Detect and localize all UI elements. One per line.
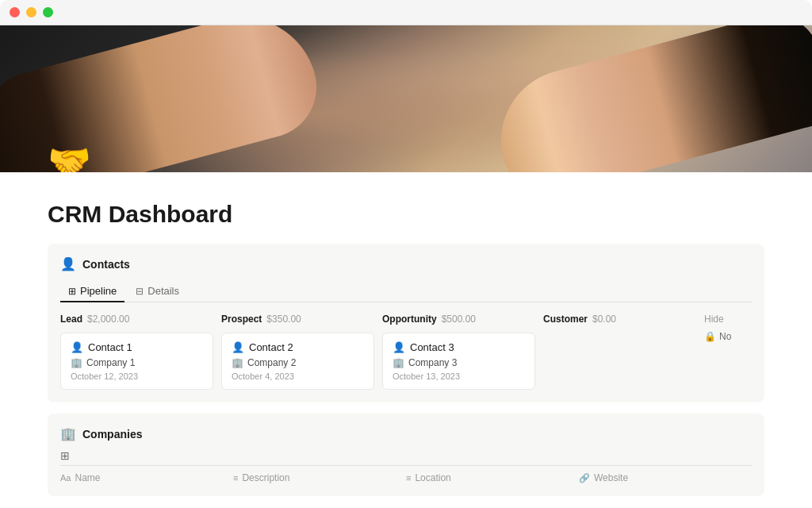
companies-col-website: 🔗 Website <box>579 472 752 483</box>
pipeline-col-lead: Lead $2,000.00 👤 Contact 1 🏢 Company 1 O… <box>60 314 221 390</box>
pipeline-col-opportunity: Opportunity $500.00 👤 Contact 3 🏢 Compan… <box>382 314 543 390</box>
description-col-label: Description <box>242 472 289 483</box>
opportunity-amount: $500.00 <box>442 314 476 325</box>
title-bar <box>0 0 812 25</box>
companies-title: Companies <box>82 428 142 441</box>
contact-card-2[interactable]: 👤 Contact 2 🏢 Company 2 October 4, 2023 <box>221 333 374 390</box>
contact-3-name-row: 👤 Contact 3 <box>393 341 525 353</box>
close-button[interactable] <box>10 7 20 17</box>
tab-pipeline[interactable]: ⊞ Pipeline <box>60 281 124 302</box>
page-title: CRM Dashboard <box>48 201 764 228</box>
prospect-amount: $350.00 <box>266 314 301 325</box>
lead-header: Lead $2,000.00 <box>60 314 213 325</box>
contact-2-company-row: 🏢 Company 2 <box>232 357 364 368</box>
companies-col-name: Aa Name <box>60 472 233 483</box>
hero-arms <box>0 25 812 172</box>
lead-label: Lead <box>60 314 82 325</box>
companies-col-location: ≡ Location <box>406 472 579 483</box>
customer-header: Customer $0.00 <box>543 314 696 325</box>
hero-image: 🤝 <box>0 25 812 172</box>
hidden-item: 🔒 No <box>704 331 752 342</box>
website-col-label: Website <box>594 472 628 483</box>
contact-3-date: October 13, 2023 <box>393 371 525 381</box>
table-view-button[interactable]: ⊞ <box>60 449 752 462</box>
companies-icon: 🏢 <box>60 426 76 441</box>
contact-3-company: Company 3 <box>408 357 457 368</box>
contact-1-date: October 12, 2023 <box>71 371 203 381</box>
customer-amount: $0.00 <box>592 314 616 325</box>
contact-1-name: Contact 1 <box>88 341 132 353</box>
opportunity-label: Opportunity <box>382 314 437 325</box>
contact-3-person-icon: 👤 <box>393 341 405 353</box>
contact-1-company-icon: 🏢 <box>71 357 82 368</box>
contact-2-company: Company 2 <box>247 357 296 368</box>
contact-card-3[interactable]: 👤 Contact 3 🏢 Company 3 October 13, 2023 <box>382 333 535 390</box>
details-tab-icon: ⊟ <box>136 286 144 297</box>
prospect-header: Prospect $350.00 <box>221 314 374 325</box>
contact-2-company-icon: 🏢 <box>232 357 243 368</box>
pipeline-tab-label: Pipeline <box>80 285 117 297</box>
contacts-title: Contacts <box>82 258 130 271</box>
lead-amount: $2,000.00 <box>87 314 129 325</box>
contact-2-date: October 4, 2023 <box>232 371 364 381</box>
hidden-lock-icon: 🔒 <box>704 331 716 342</box>
contact-3-company-row: 🏢 Company 3 <box>393 357 525 368</box>
contacts-tabs: ⊞ Pipeline ⊟ Details <box>60 281 752 302</box>
contact-3-name: Contact 3 <box>410 341 454 353</box>
location-col-icon: ≡ <box>406 473 411 483</box>
companies-section: 🏢 Companies ⊞ Aa Name ≡ Description ≡ Lo… <box>48 414 764 496</box>
customer-label: Customer <box>543 314 588 325</box>
prospect-label: Prospect <box>221 314 262 325</box>
contact-3-company-icon: 🏢 <box>393 357 404 368</box>
contact-card-1[interactable]: 👤 Contact 1 🏢 Company 1 October 12, 2023 <box>60 333 213 390</box>
contacts-icon: 👤 <box>60 256 76 271</box>
hidden-label: Hide <box>704 314 752 325</box>
opportunity-header: Opportunity $500.00 <box>382 314 535 325</box>
contact-1-company: Company 1 <box>86 357 135 368</box>
contact-2-name-row: 👤 Contact 2 <box>232 341 364 353</box>
minimize-button[interactable] <box>26 7 36 17</box>
hero-emoji: 🤝 <box>48 140 91 172</box>
pipeline-col-hidden: Hide 🔒 No <box>704 314 752 390</box>
contact-1-name-row: 👤 Contact 1 <box>71 341 203 353</box>
description-col-icon: ≡ <box>233 473 238 483</box>
tab-details[interactable]: ⊟ Details <box>128 281 187 302</box>
contact-2-name: Contact 2 <box>249 341 293 353</box>
companies-header: 🏢 Companies <box>60 426 752 441</box>
main-content: CRM Dashboard 👤 Contacts ⊞ Pipeline ⊟ De… <box>0 172 812 508</box>
website-col-icon: 🔗 <box>579 473 590 483</box>
companies-table-columns: Aa Name ≡ Description ≡ Location 🔗 Websi… <box>60 465 752 483</box>
pipeline-col-prospect: Prospect $350.00 👤 Contact 2 🏢 Company 2… <box>221 314 382 390</box>
name-col-icon: Aa <box>60 473 71 483</box>
contacts-section: 👤 Contacts ⊞ Pipeline ⊟ Details Lead $2,… <box>48 244 764 402</box>
pipeline-board: Lead $2,000.00 👤 Contact 1 🏢 Company 1 O… <box>60 314 752 390</box>
location-col-label: Location <box>415 472 450 483</box>
arm-right <box>485 25 812 172</box>
name-col-label: Name <box>75 472 100 483</box>
contacts-header: 👤 Contacts <box>60 256 752 271</box>
pipeline-tab-icon: ⊞ <box>68 286 76 297</box>
contact-1-person-icon: 👤 <box>71 341 83 353</box>
maximize-button[interactable] <box>43 7 53 17</box>
hidden-item-text: No <box>719 331 731 342</box>
pipeline-col-customer: Customer $0.00 <box>543 314 704 390</box>
companies-col-description: ≡ Description <box>233 472 406 483</box>
contact-2-person-icon: 👤 <box>232 341 244 353</box>
details-tab-label: Details <box>147 285 179 297</box>
contact-1-company-row: 🏢 Company 1 <box>71 357 203 368</box>
